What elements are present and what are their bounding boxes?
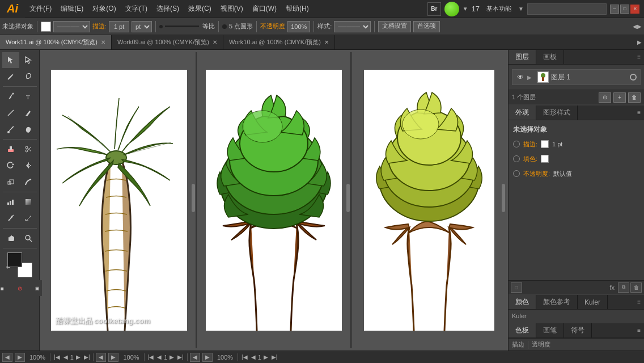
fill-visibility-toggle[interactable]: [513, 155, 520, 162]
vscroll-thumb-2[interactable]: [346, 184, 350, 212]
direct-select-tool[interactable]: [20, 52, 37, 68]
foreground-color[interactable]: [7, 252, 22, 267]
opacity-ap-label[interactable]: 不透明度:: [523, 170, 550, 178]
menu-select[interactable]: 选择(S): [152, 0, 184, 18]
symbol-tab[interactable]: 符号: [564, 323, 592, 337]
restore-button[interactable]: □: [620, 5, 629, 14]
status-next-btn[interactable]: ▶: [15, 353, 25, 362]
workspace-arrow[interactable]: ▼: [518, 6, 524, 12]
stroke-bottom-label[interactable]: 描边: [512, 340, 524, 349]
first-page-btn-2[interactable]: |◀: [147, 354, 155, 360]
menu-file[interactable]: 文件(F): [25, 0, 56, 18]
delete-layer-btn[interactable]: 🗑: [628, 92, 641, 103]
artboard-tab[interactable]: 画板: [536, 50, 564, 64]
last-page-btn[interactable]: ▶|: [83, 354, 91, 360]
fx-label[interactable]: fx: [607, 284, 617, 291]
fill-mode-btn[interactable]: ■: [0, 280, 11, 296]
locate-layer-btn[interactable]: ⊙: [599, 92, 611, 103]
minimize-button[interactable]: ─: [610, 5, 619, 14]
stroke-style-dropdown[interactable]: ─────: [53, 21, 90, 32]
layers-tab[interactable]: 图层: [509, 50, 536, 64]
menu-edit[interactable]: 编辑(E): [56, 0, 88, 18]
swatch-tab[interactable]: 色板: [509, 323, 536, 337]
next-page-btn-2[interactable]: ▶: [168, 354, 175, 360]
bridge-button[interactable]: Br: [427, 2, 441, 16]
workspace-selector[interactable]: 基本功能: [483, 3, 515, 14]
prev-page-btn[interactable]: ◀: [62, 354, 69, 360]
blob-tool[interactable]: [20, 121, 37, 137]
pencil-tool[interactable]: [20, 105, 37, 121]
status2-next-btn[interactable]: ▶: [108, 353, 118, 362]
prev-page-btn-3[interactable]: ◀: [250, 354, 257, 360]
hand-tool[interactable]: [2, 230, 19, 246]
layer-visibility-icon[interactable]: 👁: [516, 73, 525, 82]
paintbrush-tool[interactable]: [2, 121, 19, 137]
stroke-ap-label[interactable]: 描边:: [523, 140, 537, 149]
stroke-unit-dropdown[interactable]: pt: [132, 21, 152, 32]
type-tool[interactable]: T: [20, 88, 37, 104]
tab-close-work11[interactable]: ✕: [101, 39, 105, 45]
duplicate-item-btn[interactable]: ⧉: [618, 282, 629, 293]
preferences-button[interactable]: 首选项: [413, 21, 440, 32]
status3-prev-btn[interactable]: ◀: [190, 353, 200, 362]
first-page-btn[interactable]: |◀: [53, 354, 61, 360]
menu-object[interactable]: 对象(O): [88, 0, 120, 18]
menu-view[interactable]: 视图(V): [216, 0, 248, 18]
search-input[interactable]: [527, 3, 607, 15]
none-mode-btn[interactable]: ⊘: [11, 280, 28, 296]
fill-ap-label[interactable]: 填色:: [523, 155, 537, 163]
menu-window[interactable]: 窗口(W): [248, 0, 281, 18]
lasso-tool[interactable]: [20, 69, 37, 85]
scissors-tool[interactable]: [20, 141, 37, 157]
next-page-btn[interactable]: ▶: [75, 354, 82, 360]
tab-close-work10[interactable]: ✕: [324, 39, 329, 45]
magic-wand-tool[interactable]: [2, 69, 19, 85]
kuler-tab[interactable]: Kuler: [578, 295, 608, 309]
gradient-tool[interactable]: [20, 194, 37, 210]
last-page-btn-3[interactable]: ▶|: [270, 354, 279, 360]
appearance-tab[interactable]: 外观: [509, 105, 536, 120]
stroke-color-swatch[interactable]: [41, 22, 51, 32]
close-button[interactable]: ✕: [630, 5, 639, 14]
eyedropper-tool[interactable]: [2, 210, 19, 226]
vertical-scrollbar-2[interactable]: [346, 141, 350, 255]
menu-text[interactable]: 文字(T): [121, 0, 152, 18]
artboard-1[interactable]: 酷课堂出品 coolketang.com: [51, 70, 187, 331]
next-page-btn-3[interactable]: ▶: [262, 354, 269, 360]
line-tool[interactable]: [2, 105, 19, 121]
transparency-bottom-label[interactable]: 透明度: [532, 340, 550, 349]
tab-work11[interactable]: Work11.ai @ 100% (CMYK/预览) ✕: [0, 35, 112, 49]
zoom-tool[interactable]: [20, 230, 37, 246]
status3-next-btn[interactable]: ▶: [202, 353, 213, 362]
vertical-scrollbar-3[interactable]: [501, 141, 506, 255]
swatch-menu-icon[interactable]: ≡: [637, 327, 641, 334]
reflect-tool[interactable]: [20, 158, 37, 174]
measure-tool[interactable]: [20, 210, 37, 226]
tab-work10[interactable]: Work10.ai @ 100% (CMYK/预览) ✕: [223, 35, 335, 49]
warp-tool[interactable]: [20, 174, 37, 190]
eraser-tool[interactable]: [2, 141, 19, 157]
add-layer-btn[interactable]: +: [613, 92, 626, 103]
rotate-tool[interactable]: [2, 158, 19, 174]
prev-page-btn-2[interactable]: ◀: [156, 354, 163, 360]
status-prev-btn[interactable]: ◀: [2, 353, 12, 362]
layer-row-1[interactable]: 👁 ▶ 图层 1: [512, 69, 641, 85]
tab-work09[interactable]: Work09.ai @ 100% (CMYK/预览) ✕: [112, 35, 223, 49]
tab-overflow-arrow[interactable]: ▶: [635, 35, 644, 49]
graphic-style-tab[interactable]: 图形样式: [536, 105, 578, 120]
stroke-ap-swatch[interactable]: [541, 140, 549, 148]
stroke-value-input[interactable]: [109, 21, 129, 32]
panel-menu-icon[interactable]: ≡: [637, 54, 641, 60]
artboard-3[interactable]: [364, 70, 494, 331]
vertical-scrollbar-1[interactable]: [191, 141, 196, 255]
menu-help[interactable]: 帮助(H): [281, 0, 313, 18]
scale-tool[interactable]: [2, 174, 19, 190]
select-tool[interactable]: [2, 52, 19, 68]
vscroll-thumb-1[interactable]: [192, 184, 195, 212]
tab-close-work09[interactable]: ✕: [213, 39, 217, 45]
layer-target-icon[interactable]: [630, 74, 637, 81]
opacity-input[interactable]: [287, 21, 310, 32]
status2-prev-btn[interactable]: ◀: [96, 353, 106, 362]
graph-tool[interactable]: [2, 194, 19, 210]
brush-tab[interactable]: 画笔: [536, 323, 564, 337]
